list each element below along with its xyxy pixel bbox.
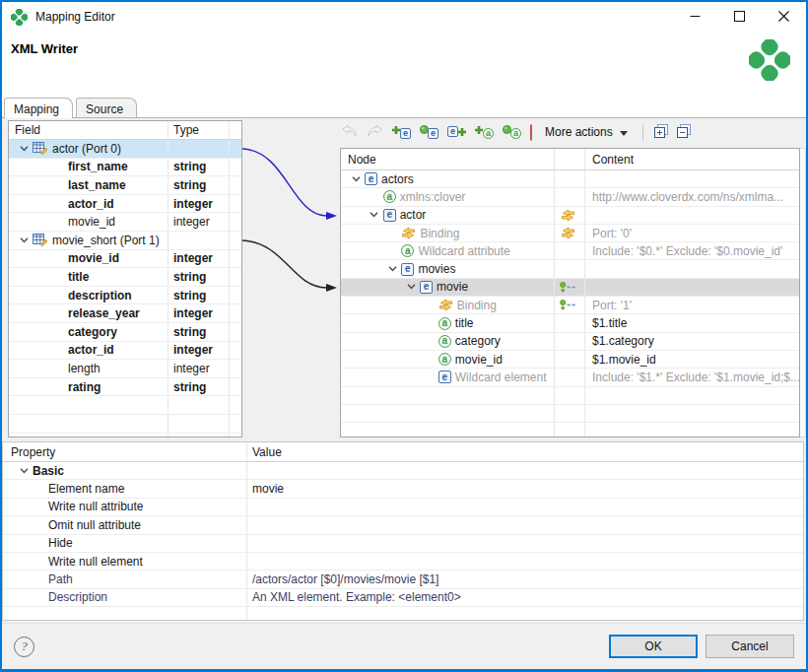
chevron-down-icon[interactable] <box>347 176 365 182</box>
binding-icon <box>438 299 453 311</box>
node-label: actors <box>381 172 414 186</box>
element-icon: e <box>383 209 396 222</box>
input-fields-tree: FieldTypeactor (Port 0)first_namestringl… <box>8 120 242 437</box>
tab-source[interactable]: Source <box>76 98 137 117</box>
more-actions-button[interactable]: More actions <box>540 122 633 142</box>
field-label: category <box>68 325 117 339</box>
maximize-button[interactable] <box>717 2 762 32</box>
node-row[interactable]: emovie <box>341 279 799 297</box>
node-row[interactable]: emovies <box>341 260 799 278</box>
help-button[interactable]: ? <box>14 637 34 657</box>
node-row[interactable]: axmlns:cloverhttp://www.cloverdx.com/ns/… <box>341 188 799 206</box>
field-row[interactable]: movie_idinteger <box>9 250 241 269</box>
property-value: An XML element. Example: <element0> <box>252 590 461 604</box>
node-row[interactable]: acategory$1.category <box>341 333 799 351</box>
empty-row <box>341 387 799 405</box>
tab-mapping[interactable]: Mapping <box>4 98 73 118</box>
remove-button[interactable] <box>529 124 533 141</box>
field-label: movie_id <box>68 215 115 229</box>
node-row[interactable]: atitle$1.title <box>341 314 799 332</box>
node-label: movie_id <box>455 353 503 367</box>
property-name: Path <box>48 572 73 586</box>
node-row[interactable]: amovie_id$1.movie_id <box>341 351 799 369</box>
field-type: integer <box>173 362 210 375</box>
field-row[interactable]: movie_short (Port 1) <box>9 232 241 250</box>
chevron-down-icon[interactable] <box>15 146 33 152</box>
field-type: string <box>173 289 206 302</box>
node-row[interactable]: aWildcard attributeInclude: '$0.*' Exclu… <box>341 242 799 260</box>
field-row[interactable]: ratingstring <box>9 378 241 397</box>
toolbar-separator <box>642 124 643 141</box>
add-wildcard-element-button[interactable]: e <box>419 121 439 143</box>
chevron-down-icon[interactable] <box>402 284 420 290</box>
field-type: integer <box>173 197 213 211</box>
property-row[interactable]: Path/actors/actor [$0]/movies/movie [$1] <box>3 571 803 588</box>
cancel-button[interactable]: Cancel <box>706 635 794 658</box>
chevron-down-icon[interactable] <box>15 237 33 243</box>
field-row[interactable]: first_namestring <box>9 159 241 177</box>
field-row[interactable]: categorystring <box>9 323 241 342</box>
node-label: title <box>455 316 474 330</box>
property-value: movie <box>252 482 284 496</box>
property-row[interactable]: Write null attribute <box>3 499 803 516</box>
field-type: integer <box>173 343 213 357</box>
expand-all-button[interactable] <box>653 123 669 142</box>
property-row[interactable]: Omit null attribute <box>3 516 803 534</box>
field-row[interactable]: descriptionstring <box>9 287 241 305</box>
property-row[interactable]: Basic <box>3 462 803 480</box>
property-row[interactable]: Hide <box>3 535 803 553</box>
node-label: category <box>455 334 501 348</box>
node-label: movies <box>418 262 455 276</box>
node-row[interactable]: BindingPort: '0' <box>341 225 799 242</box>
node-row[interactable]: eactor <box>341 207 799 225</box>
field-row[interactable]: actor_idinteger <box>9 342 241 361</box>
property-group-label: Basic <box>33 464 64 478</box>
property-row[interactable]: Element namemovie <box>3 480 803 498</box>
chevron-down-icon[interactable] <box>15 468 33 474</box>
cloverdx-logo-icon <box>749 39 790 84</box>
field-row[interactable]: lengthinteger <box>9 360 241 378</box>
add-attribute-button[interactable]: a <box>474 121 495 143</box>
node-content: $1.title <box>592 316 627 330</box>
insert-element-button[interactable]: e <box>446 121 467 143</box>
field-row[interactable]: actor (Port 0) <box>9 140 241 159</box>
ok-button[interactable]: OK <box>609 635 698 658</box>
field-row[interactable]: actor_idinteger <box>9 195 241 214</box>
element-icon: e <box>401 263 414 276</box>
column-header-type: Type <box>173 123 199 137</box>
add-wildcard-attribute-button[interactable]: a <box>502 121 522 143</box>
empty-row <box>9 396 241 415</box>
field-type: string <box>173 270 206 284</box>
redo-button[interactable] <box>366 123 384 141</box>
add-child-element-icon: e <box>392 122 411 142</box>
node-label: Wildcard element <box>455 370 547 384</box>
node-content: Port: '1' <box>592 299 632 312</box>
node-label: Binding <box>457 299 497 312</box>
field-row[interactable]: titlestring <box>9 268 241 287</box>
attribute-icon: a <box>383 190 396 203</box>
vertical-scrollbar[interactable] <box>800 148 806 437</box>
collapse-all-button[interactable] <box>676 123 692 142</box>
chevron-down-icon[interactable] <box>366 212 383 218</box>
node-row[interactable]: BindingPort: '1' <box>341 297 799 314</box>
undo-button[interactable] <box>340 123 359 141</box>
empty-row <box>3 607 803 621</box>
minimize-button[interactable] <box>673 2 717 32</box>
property-row[interactable]: Write null element <box>3 553 803 571</box>
field-row[interactable]: last_namestring <box>9 176 241 195</box>
field-row[interactable]: release_yearinteger <box>9 304 241 323</box>
mapping-editor-window: Mapping Editor XML Writer <box>0 0 808 672</box>
key-icon <box>560 300 576 310</box>
field-label: title <box>68 270 89 284</box>
add-child-element-button[interactable]: e <box>391 121 412 143</box>
chevron-down-icon[interactable] <box>383 266 401 272</box>
property-row[interactable]: DescriptionAn XML element. Example: <ele… <box>3 589 803 607</box>
node-row[interactable]: eactors <box>341 170 799 188</box>
field-row[interactable]: movie_idinteger <box>9 213 241 232</box>
node-row[interactable]: eWildcard elementInclude: '$1.*' Exclude… <box>341 369 799 386</box>
title-bar[interactable]: Mapping Editor <box>2 2 806 32</box>
field-type: string <box>173 160 206 173</box>
field-label: actor_id <box>68 197 114 211</box>
field-type: integer <box>173 306 213 320</box>
close-button[interactable] <box>762 2 806 32</box>
